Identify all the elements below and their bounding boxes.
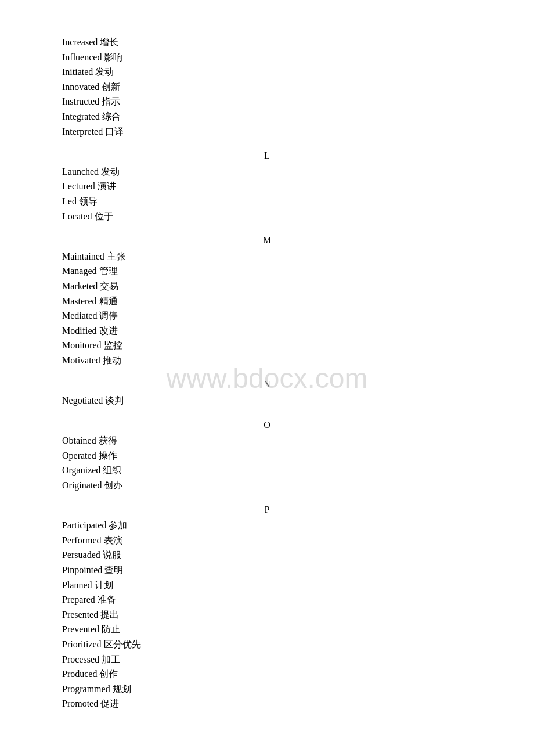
word-item-lectured: Lectured 演讲 [62,179,472,194]
word-item-produced: Produced 创作 [62,667,472,682]
section-header-n: N [62,377,472,392]
section-header-m: M [62,233,472,248]
word-item-influenced: Influenced 影响 [62,50,472,65]
word-item-prepared: Prepared 准备 [62,592,472,607]
word-item-mediated: Mediated 调停 [62,308,472,323]
word-item-operated: Operated 操作 [62,448,472,463]
word-item-interpreted: Interpreted 口译 [62,124,472,139]
word-item-negotiated: Negotiated 谈判 [62,393,472,408]
word-item-prevented: Prevented 防止 [62,622,472,637]
section-header-p: P [62,502,472,517]
word-item-pinpointed: Pinpointed 查明 [62,563,472,578]
word-item-promoted: Promoted 促进 [62,696,472,711]
word-item-persuaded: Persuaded 说服 [62,548,472,563]
word-item-organized: Organized 组织 [62,463,472,478]
word-item-maintained: Maintained 主张 [62,249,472,264]
word-item-performed: Performed 表演 [62,533,472,548]
word-list: Increased 增长Influenced 影响Initiated 发动Inn… [62,35,472,711]
word-item-launched: Launched 发动 [62,164,472,179]
word-item-led: Led 领导 [62,194,472,209]
word-item-instructed: Instructed 指示 [62,94,472,109]
word-item-initiated: Initiated 发动 [62,64,472,80]
section-header-l: L [62,148,472,163]
word-item-managed: Managed 管理 [62,264,472,279]
word-item-increased: Increased 增长 [62,35,472,50]
word-item-planned: Planned 计划 [62,578,472,593]
word-item-monitored: Monitored 监控 [62,338,472,353]
word-item-obtained: Obtained 获得 [62,433,472,448]
section-header-o: O [62,417,472,433]
word-item-programmed: Programmed 规划 [62,682,472,697]
word-item-located: Located 位于 [62,209,472,224]
word-item-prioritized: Prioritized 区分优先 [62,637,472,652]
word-item-modified: Modified 改进 [62,323,472,339]
word-item-mastered: Mastered 精通 [62,294,472,309]
word-item-innovated: Innovated 创新 [62,80,472,95]
word-item-integrated: Integrated 综合 [62,109,472,124]
word-item-marketed: Marketed 交易 [62,279,472,294]
word-item-presented: Presented 提出 [62,607,472,622]
word-item-processed: Processed 加工 [62,652,472,667]
word-item-motivated: Motivated 推动 [62,353,472,368]
word-item-participated: Participated 参加 [62,518,472,533]
word-item-originated: Originated 创办 [62,478,472,493]
